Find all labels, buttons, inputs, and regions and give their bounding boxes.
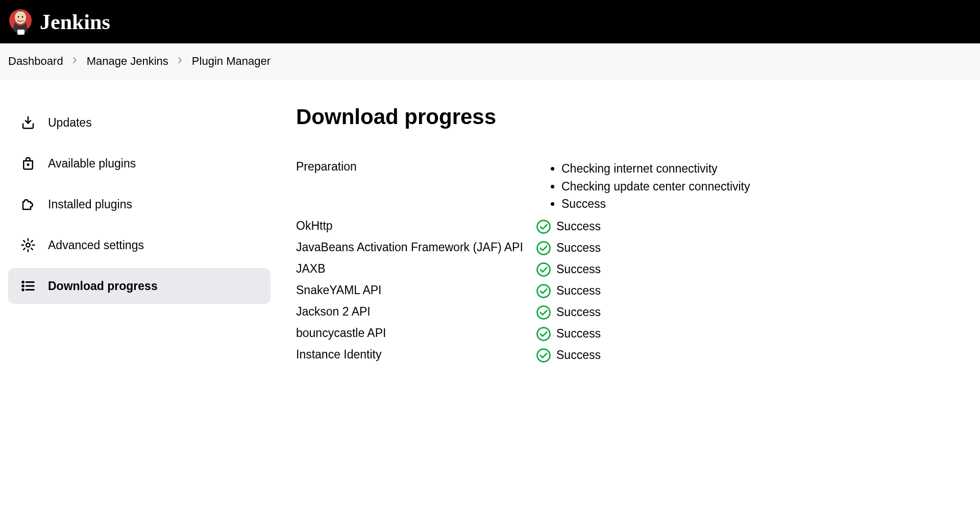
check-circle-icon — [536, 326, 551, 342]
svg-point-3 — [22, 16, 23, 18]
svg-point-19 — [537, 349, 550, 362]
svg-point-17 — [537, 306, 550, 319]
sidebar-item-advanced-settings[interactable]: Advanced settings — [8, 227, 271, 263]
page-title: Download progress — [296, 105, 980, 129]
plugin-name: JAXB — [296, 262, 536, 283]
gear-icon — [20, 237, 36, 253]
sidebar-item-updates[interactable]: Updates — [8, 105, 271, 140]
svg-point-14 — [537, 242, 550, 254]
plugin-status: Success — [556, 305, 601, 319]
breadcrumb: Dashboard Manage Jenkins Plugin Manager — [0, 43, 980, 79]
svg-point-2 — [18, 16, 19, 18]
content-area: Updates Available plugins Installed plug… — [0, 79, 980, 369]
svg-point-7 — [22, 281, 24, 283]
svg-point-8 — [22, 285, 24, 287]
check-circle-icon — [536, 241, 551, 256]
plugin-row: JAXB Success — [296, 262, 980, 283]
header: Jenkins — [0, 0, 980, 43]
svg-point-15 — [537, 263, 550, 276]
svg-rect-4 — [17, 30, 24, 35]
plugin-status: Success — [556, 220, 601, 233]
svg-point-9 — [22, 289, 24, 291]
download-icon — [20, 115, 36, 130]
svg-point-16 — [537, 284, 550, 297]
svg-point-6 — [26, 243, 30, 247]
plugin-status: Success — [556, 327, 601, 341]
svg-point-13 — [537, 220, 550, 233]
list-icon — [20, 278, 36, 294]
preparation-step: Checking update center connectivity — [561, 178, 980, 196]
chevron-right-icon — [72, 56, 78, 66]
progress-table: Preparation Checking internet connectivi… — [296, 160, 980, 369]
plugin-status: Success — [556, 241, 601, 255]
plugin-name: bouncycastle API — [296, 326, 536, 348]
sidebar-item-label: Updates — [48, 116, 92, 130]
sidebar-item-download-progress[interactable]: Download progress — [8, 268, 271, 304]
sidebar-item-label: Available plugins — [48, 157, 136, 171]
bag-icon — [20, 156, 36, 171]
preparation-label: Preparation — [296, 160, 536, 219]
plugin-row: Jackson 2 API Success — [296, 305, 980, 326]
sidebar-item-label: Advanced settings — [48, 238, 144, 252]
plugin-row: OkHttp Success — [296, 219, 980, 241]
plugin-name: JavaBeans Activation Framework (JAF) API — [296, 241, 536, 262]
logo-link[interactable]: Jenkins — [8, 8, 110, 36]
brand-name: Jenkins — [40, 10, 110, 34]
plugin-row: JavaBeans Activation Framework (JAF) API… — [296, 241, 980, 262]
svg-point-5 — [28, 164, 29, 165]
plugin-name: Jackson 2 API — [296, 305, 536, 326]
plugin-status: Success — [556, 348, 601, 362]
sidebar-item-label: Installed plugins — [48, 198, 132, 211]
plugin-row: SnakeYAML API Success — [296, 283, 980, 305]
preparation-steps: Checking internet connectivity Checking … — [536, 160, 980, 213]
check-circle-icon — [536, 219, 551, 234]
preparation-status: Checking internet connectivity Checking … — [536, 160, 980, 219]
breadcrumb-plugin-manager[interactable]: Plugin Manager — [192, 55, 271, 68]
plugin-status: Success — [556, 284, 601, 298]
plugin-name: OkHttp — [296, 219, 536, 241]
breadcrumb-dashboard[interactable]: Dashboard — [8, 55, 63, 68]
check-circle-icon — [536, 262, 551, 277]
check-circle-icon — [536, 348, 551, 363]
plugin-row: Instance Identity Success — [296, 348, 980, 369]
plugin-status: Success — [556, 262, 601, 276]
sidebar: Updates Available plugins Installed plug… — [0, 105, 286, 369]
sidebar-item-installed-plugins[interactable]: Installed plugins — [8, 186, 271, 222]
breadcrumb-manage-jenkins[interactable]: Manage Jenkins — [87, 55, 168, 68]
preparation-step: Success — [561, 195, 980, 213]
chevron-right-icon — [178, 56, 183, 66]
main-panel: Download progress Preparation Checking i… — [286, 105, 980, 369]
svg-point-18 — [537, 327, 550, 340]
plugin-name: SnakeYAML API — [296, 283, 536, 305]
preparation-step: Checking internet connectivity — [561, 160, 980, 178]
plugin-row: bouncycastle API Success — [296, 326, 980, 348]
preparation-row: Preparation Checking internet connectivi… — [296, 160, 980, 219]
sidebar-item-label: Download progress — [48, 279, 158, 293]
jenkins-logo-icon — [8, 8, 33, 36]
plugin-name: Instance Identity — [296, 348, 536, 369]
check-circle-icon — [536, 283, 551, 299]
check-circle-icon — [536, 305, 551, 320]
sidebar-item-available-plugins[interactable]: Available plugins — [8, 146, 271, 181]
puzzle-icon — [20, 197, 36, 212]
